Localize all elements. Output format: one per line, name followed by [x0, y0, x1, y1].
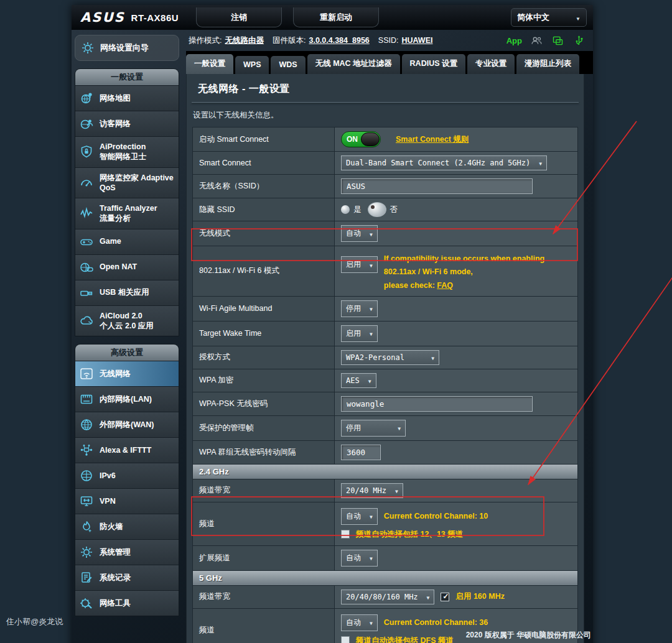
- firewall-icon: [79, 519, 94, 534]
- status-bar: 操作模式: 无线路由器 固件版本: 3.0.0.4.384_8956 SSID:…: [186, 30, 593, 51]
- field-label: 启动 Smart Connect: [193, 127, 335, 151]
- sidebar-item-label: Open NAT: [100, 262, 137, 272]
- tab-mac-filter[interactable]: 无线 MAC 地址过滤器: [307, 54, 400, 74]
- field-label: 隐藏 SSID: [193, 198, 335, 221]
- op-mode-label: 操作模式:: [189, 35, 222, 46]
- language-select[interactable]: 简体中文: [511, 8, 587, 27]
- usb-tree-icon[interactable]: [572, 34, 586, 47]
- app-link[interactable]: App: [506, 36, 522, 45]
- smart-connect-select[interactable]: Dual-Band Smart Connect (2.4GHz and 5GHz…: [341, 155, 547, 170]
- ssid-link[interactable]: HUAWEI: [401, 36, 432, 45]
- ssid-label: SSID:: [378, 36, 399, 45]
- row-2g4-extension: 扩展频道 自动: [193, 546, 577, 571]
- network-map-icon: [79, 91, 94, 106]
- chevron-down-icon: [431, 353, 434, 362]
- row-hide-ssid: 隐藏 SSID 是 否: [193, 198, 577, 221]
- tab-wps[interactable]: WPS: [235, 56, 269, 74]
- clients-icon[interactable]: [530, 34, 543, 47]
- sidebar-item-label: IPv6: [100, 471, 116, 481]
- smart-connect-rule-link[interactable]: Smart Connect 规则: [396, 134, 469, 145]
- sidebar-item-game[interactable]: Game: [75, 229, 179, 254]
- section-2g4-header: 2.4 GHz: [193, 465, 577, 479]
- sidebar-item-label: 防火墙: [100, 522, 123, 532]
- tab-radius[interactable]: RADIUS 设置: [402, 54, 465, 74]
- faq-link[interactable]: FAQ: [437, 281, 453, 290]
- sidebar-item-vpn[interactable]: VPN: [75, 488, 179, 514]
- row-wireless-mode: 无线模式 自动: [193, 221, 577, 246]
- sidebar-item-alexa-ifttt[interactable]: Alexa & IFTTT: [75, 437, 179, 463]
- sidebar-item-wan[interactable]: 外部网络(WAN): [75, 412, 179, 437]
- select-value: 停用: [346, 303, 361, 314]
- protected-mgmt-frames-select[interactable]: 停用: [341, 420, 406, 437]
- extension-2g4-select[interactable]: 自动: [341, 550, 378, 567]
- reboot-button[interactable]: 重新启动: [293, 7, 379, 27]
- select-value: 自动: [346, 511, 361, 522]
- firmware-link[interactable]: 3.0.0.4.384_8956: [309, 36, 369, 45]
- chevron-down-icon: [576, 13, 581, 22]
- lan-icon: [79, 392, 94, 407]
- smart-connect-toggle[interactable]: ON: [341, 131, 381, 147]
- sidebar-item-adaptive-qos[interactable]: 网络监控家 Adaptive QoS: [75, 167, 179, 198]
- sidebar-item-system-log[interactable]: 系统记录: [75, 565, 179, 590]
- channel-2g4-auto-checkbox[interactable]: [341, 530, 350, 539]
- sidebar-item-usb-apps[interactable]: USB 相关应用: [75, 280, 179, 305]
- sidebar-item-network-map[interactable]: 网络地图: [75, 85, 179, 111]
- firmware-label: 固件版本:: [273, 35, 306, 46]
- sidebar-item-open-nat[interactable]: Open NAT: [75, 254, 179, 280]
- sidebar-group-advanced: 高级设置 无线网络 内部网络(LAN) 外部网络(WAN) Alexa & IF…: [75, 344, 179, 616]
- tab-wds[interactable]: WDS: [271, 56, 305, 74]
- sidebar-item-traffic-analyzer[interactable]: Traffic Analyzer 流量分析: [75, 198, 179, 229]
- chevron-down-icon: [395, 486, 398, 495]
- channel-2g4-select[interactable]: 自动: [341, 508, 378, 525]
- chevron-down-icon: [368, 376, 371, 385]
- auth-method-select[interactable]: WPA2-Personal: [341, 350, 439, 365]
- field-label: 频道: [193, 502, 335, 545]
- sidebar-item-wireless[interactable]: 无线网络: [75, 361, 179, 386]
- chevron-down-icon: [370, 329, 373, 338]
- chevron-down-icon: [370, 553, 373, 562]
- sidebar-item-label: 网络设置向导: [100, 42, 149, 53]
- top-banner: ASUS RT-AX86U 注销 重新启动 简体中文: [72, 5, 593, 30]
- group-key-interval-input[interactable]: [341, 445, 381, 460]
- chevron-down-icon: [539, 159, 542, 167]
- sidebar-item-guest-network[interactable]: 访客网络: [75, 111, 179, 136]
- op-mode-link[interactable]: 无线路由器: [225, 35, 264, 46]
- devices-icon[interactable]: [551, 34, 564, 47]
- hide-ssid-no-radio[interactable]: [368, 202, 386, 217]
- target-wake-time-select[interactable]: 启用: [341, 325, 378, 342]
- tab-general[interactable]: 一般设置: [186, 54, 233, 74]
- select-value: 自动: [346, 553, 361, 563]
- sidebar-item-aiprotection[interactable]: AiProtection 智能网络卫士: [75, 136, 179, 167]
- wpa-encryption-select[interactable]: AES: [341, 373, 376, 388]
- tab-roaming-block[interactable]: 漫游阻止列表: [516, 54, 579, 74]
- bandwidth-5g-select[interactable]: 20/40/80/160 MHz: [341, 590, 434, 604]
- sidebar-item-administration[interactable]: 系统管理: [75, 539, 179, 565]
- row-ssid: 无线名称（SSID）: [193, 175, 577, 198]
- field-label: WPA 群组无线密码转动间隔: [193, 441, 335, 464]
- sidebar-item-label: USB 相关应用: [100, 287, 149, 297]
- sidebar-item-aicloud[interactable]: AiCloud 2.0 个人云 2.0 应用: [75, 305, 179, 336]
- sidebar-item-lan[interactable]: 内部网络(LAN): [75, 386, 179, 412]
- sidebar-item-ipv6[interactable]: IPv6: [75, 463, 179, 488]
- sidebar-item-firewall[interactable]: 防火墙: [75, 514, 179, 539]
- field-label: 授权方式: [193, 346, 335, 369]
- logout-button[interactable]: 注销: [196, 7, 282, 27]
- sidebar-item-network-tools[interactable]: 网络工具: [75, 590, 179, 616]
- vpn-icon: [79, 494, 94, 509]
- smart-home-icon: [79, 443, 94, 458]
- hide-ssid-yes-radio[interactable]: [341, 205, 350, 214]
- wpa-psk-input[interactable]: [341, 396, 533, 412]
- ax-mode-select[interactable]: 启用: [341, 256, 378, 273]
- tab-professional[interactable]: 专业设置: [467, 54, 515, 74]
- channel-5g-select[interactable]: 自动: [341, 614, 378, 631]
- field-label: 无线名称（SSID）: [193, 175, 335, 198]
- bandwidth-2g4-select[interactable]: 20/40 MHz: [341, 483, 403, 498]
- wireless-mode-select[interactable]: 自动: [341, 225, 378, 242]
- ssid-input[interactable]: [341, 178, 533, 194]
- sidebar-item-label: 网络监控家 Adaptive QoS: [100, 173, 174, 193]
- sidebar-item-quick-setup[interactable]: 网络设置向导: [75, 35, 179, 61]
- channel-5g-dfs-checkbox[interactable]: [341, 636, 350, 643]
- enable-160mhz-checkbox[interactable]: [441, 593, 449, 601]
- agile-multiband-select[interactable]: 停用: [341, 300, 378, 317]
- gamepad-icon: [79, 234, 94, 249]
